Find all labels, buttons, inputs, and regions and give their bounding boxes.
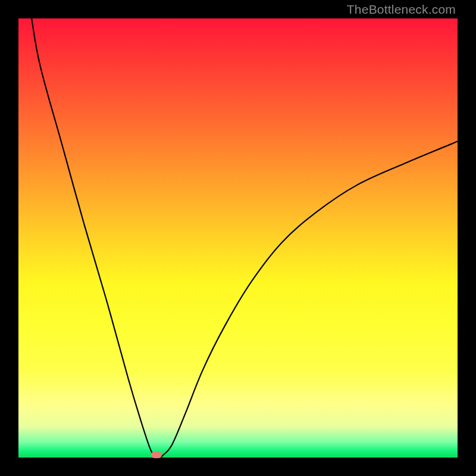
- min-marker: [151, 452, 162, 458]
- chart-frame: TheBottleneck.com: [0, 0, 476, 476]
- curve-svg: [18, 18, 458, 458]
- plot-area: [18, 18, 458, 458]
- watermark-text: TheBottleneck.com: [347, 2, 456, 17]
- bottleneck-curve: [32, 18, 458, 458]
